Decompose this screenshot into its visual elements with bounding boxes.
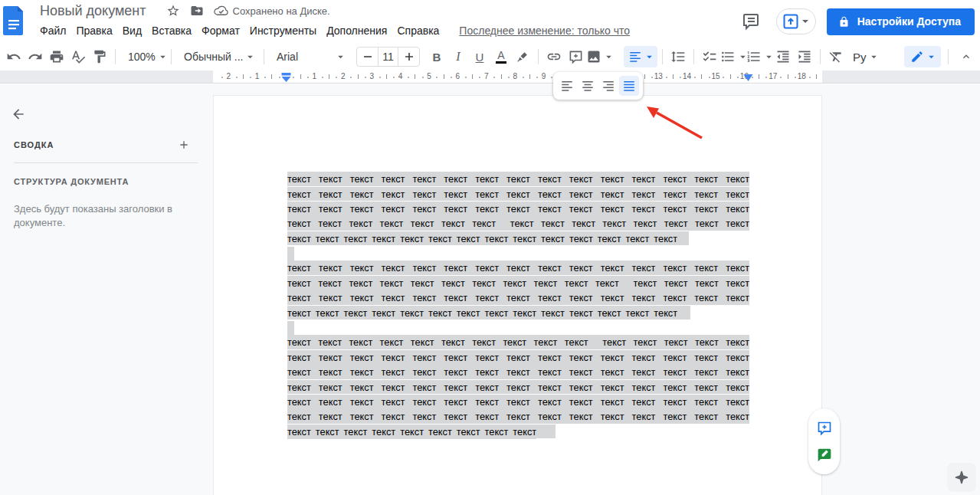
ruler-number: 13 [654, 72, 663, 80]
ruler-dot [737, 77, 739, 78]
increase-indent-button[interactable] [794, 46, 815, 67]
print-button[interactable] [46, 46, 67, 67]
menu-addons[interactable]: Дополнения [326, 25, 387, 37]
left-indent-marker[interactable] [280, 73, 292, 83]
underline-button[interactable]: U [469, 46, 490, 67]
saved-status[interactable]: Сохранено на Диске. [214, 5, 330, 17]
close-outline-button[interactable] [11, 107, 26, 125]
ruler-tick [673, 74, 674, 79]
document-line: текст текст текст текст текст текст текс… [287, 365, 749, 379]
bold-button[interactable]: B [426, 46, 447, 67]
ruler-tick [271, 74, 272, 79]
chevron-down-icon [159, 55, 166, 59]
bulleted-list-button[interactable] [720, 46, 746, 67]
alignment-dropdown [553, 72, 643, 100]
zoom-value: 100% [128, 51, 156, 63]
font-value: Arial [277, 51, 298, 63]
menu-format[interactable]: Формат [202, 25, 240, 37]
document-line: текст текст текст текст текст текст текс… [287, 350, 749, 365]
numbered-list-button[interactable] [746, 46, 772, 67]
add-summary-button[interactable] [178, 139, 190, 151]
document-line: текст текст текст текст текст текст текс… [287, 186, 749, 201]
undo-button[interactable] [3, 46, 25, 67]
ruler[interactable]: 21123456789101112131415161718 [0, 70, 980, 84]
ruler-dot [508, 77, 510, 78]
document-title[interactable]: Новый документ [40, 3, 146, 19]
menu-file[interactable]: Файл [40, 25, 66, 37]
ruler-number: 9 [542, 72, 546, 80]
add-comment-float-button[interactable] [817, 421, 832, 436]
ruler-dot [651, 77, 653, 78]
ruler-dot [250, 77, 251, 78]
insert-link-button[interactable] [543, 46, 565, 67]
font-select[interactable]: Arial [269, 46, 350, 67]
share-settings-button[interactable]: Настройки Доступа [827, 8, 975, 35]
ruler-dot [465, 77, 467, 78]
docs-logo[interactable] [3, 6, 25, 38]
decrease-font-size-button[interactable] [357, 48, 378, 66]
document-line: текст текст текст текст текст текст текс… [287, 202, 749, 216]
suggest-edits-button[interactable] [817, 447, 832, 463]
clear-formatting-button[interactable] [825, 46, 847, 67]
ruler-page-area: 21123456789101112131415161718 [213, 70, 822, 83]
document-line: текст текст текст текст текст текст текс… [287, 276, 749, 290]
comments-button[interactable] [742, 12, 760, 31]
menu-insert[interactable]: Вставка [152, 25, 192, 37]
google-docs-app: Новый документ Сохранено на Диске. Файл … [0, 0, 980, 495]
align-center-option[interactable] [578, 76, 598, 96]
increase-font-size-button[interactable] [398, 48, 419, 66]
ruler-dot [408, 77, 409, 78]
add-comment-button[interactable] [565, 46, 586, 67]
document-line: текст текст текст текст текст текст текс… [287, 335, 749, 349]
move-folder-icon[interactable] [190, 4, 204, 18]
highlight-color-button[interactable] [512, 46, 533, 67]
ruler-tick [415, 74, 415, 79]
bulleted-list-icon [720, 49, 736, 64]
align-right-option[interactable] [598, 76, 618, 96]
hide-menus-button[interactable] [955, 46, 977, 67]
document-page[interactable]: текст текст текст текст текст текст текс… [213, 95, 822, 495]
summary-label: СВОДКА [14, 140, 54, 149]
ruler-dot [809, 77, 811, 78]
menu-help[interactable]: Справка [397, 25, 439, 37]
decrease-indent-button[interactable] [772, 46, 794, 67]
redo-button[interactable] [25, 46, 46, 67]
lock-icon [838, 15, 850, 28]
chevron-down-icon [765, 55, 772, 59]
ruler-dot [795, 77, 796, 78]
star-icon[interactable] [166, 4, 180, 18]
align-justify-option[interactable] [619, 76, 639, 96]
last-edit-link[interactable]: Последнее изменение: только что [459, 25, 630, 37]
ruler-tick [300, 74, 301, 79]
input-tools-button[interactable]: Ру [853, 46, 877, 67]
document-text[interactable]: текст текст текст текст текст текст текс… [287, 172, 749, 439]
menu-edit[interactable]: Правка [76, 25, 112, 37]
insert-image-button[interactable] [586, 46, 612, 67]
document-line: текст текст текст текст текст текст текс… [287, 379, 749, 394]
text-color-button[interactable]: A [490, 46, 512, 67]
paint-format-button[interactable] [89, 46, 110, 67]
menu-view[interactable]: Вид [123, 25, 142, 37]
document-line: текст текст текст текст текст текст текс… [287, 409, 749, 424]
paragraph-style-value: Обычный ... [184, 51, 243, 63]
right-indent-marker[interactable] [742, 74, 754, 82]
italic-button[interactable]: I [447, 46, 469, 67]
checklist-button[interactable] [699, 46, 720, 67]
explore-button[interactable] [947, 463, 976, 492]
align-left-option[interactable] [557, 76, 577, 96]
paragraph-style-select[interactable]: Обычный ... [176, 46, 259, 67]
align-left-icon [628, 50, 642, 64]
align-button[interactable] [624, 46, 657, 67]
zoom-select[interactable]: 100% [120, 46, 166, 67]
font-size-value[interactable]: 11 [378, 48, 398, 66]
spellcheck-button[interactable] [67, 46, 89, 67]
present-button[interactable] [776, 8, 816, 34]
editing-mode-button[interactable] [904, 46, 941, 67]
cloud-saved-icon [214, 5, 228, 17]
menu-tools[interactable]: Инструменты [250, 25, 316, 37]
line-spacing-button[interactable] [667, 46, 689, 67]
ruler-dot [236, 77, 238, 78]
ruler-dot [493, 77, 495, 78]
ruler-dot [393, 77, 395, 78]
chevron-down-icon [739, 55, 746, 59]
